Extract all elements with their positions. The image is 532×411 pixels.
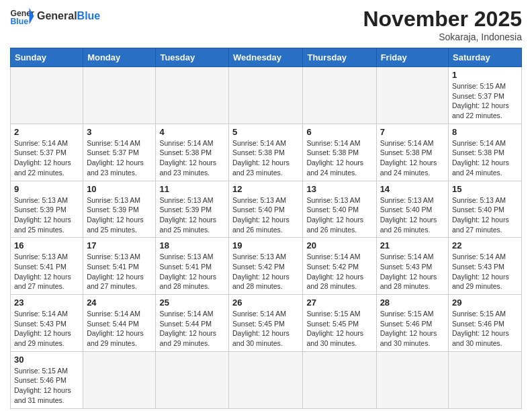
calendar-cell: 12Sunrise: 5:13 AM Sunset: 5:40 PM Dayli…	[229, 181, 303, 238]
calendar-cell: 25Sunrise: 5:14 AM Sunset: 5:44 PM Dayli…	[156, 295, 229, 352]
day-number: 20	[306, 240, 372, 250]
calendar-cell: 2Sunrise: 5:14 AM Sunset: 5:37 PM Daylig…	[11, 124, 83, 181]
calendar-cell: 21Sunrise: 5:14 AM Sunset: 5:43 PM Dayli…	[376, 238, 448, 295]
weekday-header-saturday: Saturday	[449, 48, 522, 67]
calendar-cell	[11, 67, 83, 124]
calendar-cell	[83, 67, 156, 124]
calendar-cell: 26Sunrise: 5:14 AM Sunset: 5:45 PM Dayli…	[229, 295, 303, 352]
calendar-week-6: 30Sunrise: 5:15 AM Sunset: 5:46 PM Dayli…	[11, 351, 522, 408]
calendar-cell: 28Sunrise: 5:15 AM Sunset: 5:46 PM Dayli…	[376, 295, 448, 352]
day-info: Sunrise: 5:14 AM Sunset: 5:44 PM Dayligh…	[159, 309, 225, 349]
calendar-cell	[303, 351, 376, 408]
day-info: Sunrise: 5:13 AM Sunset: 5:42 PM Dayligh…	[232, 252, 299, 291]
weekday-header-sunday: Sunday	[11, 48, 83, 67]
calendar-cell	[449, 351, 522, 408]
day-number: 15	[452, 184, 518, 194]
weekday-header-friday: Friday	[376, 48, 448, 67]
day-number: 19	[232, 240, 299, 250]
calendar-cell	[376, 351, 448, 408]
day-info: Sunrise: 5:14 AM Sunset: 5:42 PM Dayligh…	[306, 252, 372, 291]
weekday-header-thursday: Thursday	[303, 48, 376, 67]
calendar-week-3: 9Sunrise: 5:13 AM Sunset: 5:39 PM Daylig…	[11, 181, 522, 238]
calendar-cell	[303, 67, 376, 124]
calendar-cell: 8Sunrise: 5:14 AM Sunset: 5:38 PM Daylig…	[449, 124, 522, 181]
location-subtitle: Sokaraja, Indonesia	[363, 32, 522, 42]
calendar-cell	[83, 351, 156, 408]
weekday-header-tuesday: Tuesday	[156, 48, 229, 67]
day-info: Sunrise: 5:15 AM Sunset: 5:46 PM Dayligh…	[14, 366, 79, 406]
day-info: Sunrise: 5:13 AM Sunset: 5:40 PM Dayligh…	[452, 195, 518, 235]
day-info: Sunrise: 5:15 AM Sunset: 5:46 PM Dayligh…	[380, 309, 445, 349]
day-number: 14	[380, 184, 445, 194]
day-info: Sunrise: 5:13 AM Sunset: 5:41 PM Dayligh…	[14, 252, 79, 291]
day-number: 30	[14, 355, 79, 365]
calendar-cell	[376, 67, 448, 124]
calendar-cell: 20Sunrise: 5:14 AM Sunset: 5:42 PM Dayli…	[303, 238, 376, 295]
logo-text: GeneralBlue	[37, 10, 100, 22]
calendar-cell	[229, 351, 303, 408]
day-number: 25	[159, 298, 225, 308]
logo: General Blue GeneralBlue	[10, 7, 100, 26]
day-info: Sunrise: 5:13 AM Sunset: 5:39 PM Dayligh…	[87, 195, 152, 235]
calendar-cell: 15Sunrise: 5:13 AM Sunset: 5:40 PM Dayli…	[449, 181, 522, 238]
day-info: Sunrise: 5:14 AM Sunset: 5:37 PM Dayligh…	[14, 138, 79, 178]
calendar-cell: 29Sunrise: 5:15 AM Sunset: 5:46 PM Dayli…	[449, 295, 522, 352]
calendar-cell: 13Sunrise: 5:13 AM Sunset: 5:40 PM Dayli…	[303, 181, 376, 238]
day-number: 7	[380, 127, 445, 137]
day-number: 24	[87, 298, 152, 308]
day-number: 16	[14, 240, 79, 250]
day-info: Sunrise: 5:13 AM Sunset: 5:41 PM Dayligh…	[87, 252, 152, 291]
day-number: 26	[232, 298, 299, 308]
calendar-cell: 27Sunrise: 5:15 AM Sunset: 5:45 PM Dayli…	[303, 295, 376, 352]
day-info: Sunrise: 5:14 AM Sunset: 5:45 PM Dayligh…	[232, 309, 299, 349]
day-number: 23	[14, 298, 79, 308]
month-title: November 2025	[363, 7, 522, 32]
calendar-cell: 24Sunrise: 5:14 AM Sunset: 5:44 PM Dayli…	[83, 295, 156, 352]
day-number: 6	[306, 127, 372, 137]
calendar-cell: 23Sunrise: 5:14 AM Sunset: 5:43 PM Dayli…	[11, 295, 83, 352]
day-info: Sunrise: 5:14 AM Sunset: 5:43 PM Dayligh…	[380, 252, 445, 291]
calendar-week-4: 16Sunrise: 5:13 AM Sunset: 5:41 PM Dayli…	[11, 238, 522, 295]
day-number: 18	[159, 240, 225, 250]
day-number: 1	[452, 70, 518, 80]
day-info: Sunrise: 5:14 AM Sunset: 5:38 PM Dayligh…	[380, 138, 445, 178]
calendar-cell: 7Sunrise: 5:14 AM Sunset: 5:38 PM Daylig…	[376, 124, 448, 181]
day-number: 10	[87, 184, 152, 194]
day-number: 28	[380, 298, 445, 308]
day-info: Sunrise: 5:15 AM Sunset: 5:45 PM Dayligh…	[306, 309, 372, 349]
calendar: SundayMondayTuesdayWednesdayThursdayFrid…	[10, 48, 522, 409]
day-info: Sunrise: 5:13 AM Sunset: 5:40 PM Dayligh…	[306, 195, 372, 235]
day-info: Sunrise: 5:13 AM Sunset: 5:39 PM Dayligh…	[159, 195, 225, 235]
svg-text:Blue: Blue	[11, 17, 29, 26]
day-info: Sunrise: 5:13 AM Sunset: 5:40 PM Dayligh…	[380, 195, 445, 235]
day-number: 27	[306, 298, 372, 308]
day-info: Sunrise: 5:14 AM Sunset: 5:38 PM Dayligh…	[159, 138, 225, 178]
day-info: Sunrise: 5:14 AM Sunset: 5:44 PM Dayligh…	[87, 309, 152, 349]
day-number: 4	[159, 127, 225, 137]
day-info: Sunrise: 5:14 AM Sunset: 5:43 PM Dayligh…	[14, 309, 79, 349]
day-info: Sunrise: 5:13 AM Sunset: 5:41 PM Dayligh…	[159, 252, 225, 291]
day-number: 21	[380, 240, 445, 250]
calendar-cell: 10Sunrise: 5:13 AM Sunset: 5:39 PM Dayli…	[83, 181, 156, 238]
day-info: Sunrise: 5:14 AM Sunset: 5:38 PM Dayligh…	[306, 138, 372, 178]
weekday-header-row: SundayMondayTuesdayWednesdayThursdayFrid…	[11, 48, 522, 67]
calendar-week-1: 1Sunrise: 5:15 AM Sunset: 5:37 PM Daylig…	[11, 67, 522, 124]
calendar-cell: 6Sunrise: 5:14 AM Sunset: 5:38 PM Daylig…	[303, 124, 376, 181]
day-info: Sunrise: 5:14 AM Sunset: 5:38 PM Dayligh…	[452, 138, 518, 178]
day-info: Sunrise: 5:13 AM Sunset: 5:40 PM Dayligh…	[232, 195, 299, 235]
day-number: 5	[232, 127, 299, 137]
calendar-cell: 16Sunrise: 5:13 AM Sunset: 5:41 PM Dayli…	[11, 238, 83, 295]
calendar-cell: 18Sunrise: 5:13 AM Sunset: 5:41 PM Dayli…	[156, 238, 229, 295]
calendar-cell: 11Sunrise: 5:13 AM Sunset: 5:39 PM Dayli…	[156, 181, 229, 238]
calendar-cell: 17Sunrise: 5:13 AM Sunset: 5:41 PM Dayli…	[83, 238, 156, 295]
day-number: 13	[306, 184, 372, 194]
day-number: 9	[14, 184, 79, 194]
calendar-cell	[156, 351, 229, 408]
calendar-cell	[156, 67, 229, 124]
day-info: Sunrise: 5:15 AM Sunset: 5:37 PM Dayligh…	[452, 81, 518, 121]
day-number: 12	[232, 184, 299, 194]
day-number: 22	[452, 240, 518, 250]
title-area: November 2025 Sokaraja, Indonesia	[363, 7, 522, 42]
day-info: Sunrise: 5:13 AM Sunset: 5:39 PM Dayligh…	[14, 195, 79, 235]
day-info: Sunrise: 5:14 AM Sunset: 5:38 PM Dayligh…	[232, 138, 299, 178]
